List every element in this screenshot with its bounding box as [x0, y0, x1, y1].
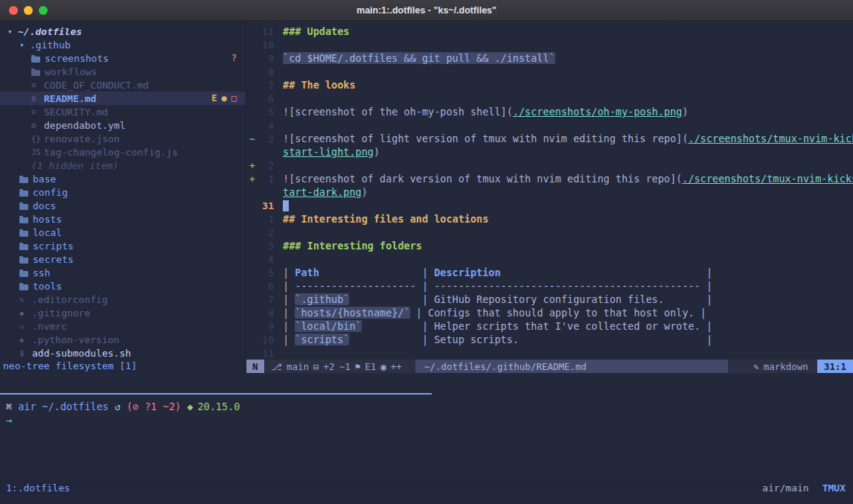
expander-icon[interactable]: ▾ — [19, 40, 30, 50]
folder-icon — [19, 177, 28, 183]
diff-added: +2 — [324, 361, 335, 372]
editor-line[interactable]: 10 — [246, 38, 853, 51]
editor-line[interactable]: 3### Interesting folders — [246, 239, 853, 252]
minimize-button[interactable] — [24, 6, 33, 15]
tree-item-label: (1 hidden item) — [31, 160, 118, 171]
text-segment: `scripts` — [295, 334, 349, 345]
tree-item-code-of-conduct-md[interactable]: ≡CODE_OF_CONDUCT.md — [0, 78, 246, 92]
tree-item-label: screenshots — [45, 53, 109, 64]
tree-item-add-submodules-sh[interactable]: $add-submodules.sh — [0, 346, 246, 360]
tmux-label: TMUX — [822, 482, 846, 494]
editor-line[interactable]: 4 — [246, 118, 853, 132]
markdown-link: tart-dark.png — [283, 186, 362, 198]
tree-item-editorconfig[interactable]: ✎.editorconfig — [0, 293, 246, 306]
editor-line[interactable]: 31 — [246, 199, 853, 212]
editor-line[interactable]: 1## Interesting files and locations — [246, 212, 853, 226]
line-text: | Path | Description | — [283, 267, 712, 278]
line-text: | `scripts` | Setup scripts. | — [283, 334, 712, 345]
tree-item-scripts[interactable]: scripts — [0, 239, 246, 252]
tree-item-hosts[interactable]: hosts — [0, 212, 246, 226]
editor-line[interactable]: start-light.png) — [246, 145, 853, 159]
tree-item-tag-changelog-config-js[interactable]: JStag-changelog-config.js — [0, 145, 246, 159]
tree-item-config[interactable]: config — [0, 185, 246, 199]
text-segment: | — [283, 267, 295, 278]
markdown-link: start-light.png — [283, 146, 374, 158]
editor-line[interactable]: 8 — [246, 65, 853, 78]
tree-item-1-hidden-item[interactable]: (1 hidden item) — [0, 159, 246, 172]
tree-item-tools[interactable]: tools — [0, 279, 246, 293]
close-button[interactable] — [9, 6, 18, 15]
tree-item-workflows[interactable]: workflows — [0, 65, 246, 78]
tree-item-ssh[interactable]: ssh — [0, 266, 246, 279]
untracked-marker: ? — [231, 53, 237, 63]
tree-item-docs[interactable]: docs — [0, 199, 246, 212]
tree-item-label: .nvmrc — [32, 321, 67, 332]
text-segment: | Configs that should apply to that host… — [410, 307, 706, 319]
line-number: 9 — [256, 53, 274, 64]
editor-line[interactable]: +1![screenshot of dark version of tmux w… — [246, 172, 853, 185]
editor-line[interactable]: 9| `local/bin` | Helper scripts that I'v… — [246, 319, 853, 333]
tree-item-github[interactable]: ▾.github — [0, 38, 246, 51]
shell-file-icon: $ — [19, 348, 32, 357]
md-file-icon: ≡ — [31, 94, 44, 103]
tmux-window-tab[interactable]: 1:.dotfiles — [6, 482, 70, 494]
tmux-statusbar: 1:.dotfiles air/main TMUX — [0, 480, 853, 495]
tree-item-base[interactable]: base — [0, 172, 246, 185]
editor-line[interactable]: 7## The looks — [246, 78, 853, 92]
prompt-input-line[interactable]: → — [6, 413, 12, 427]
tree-item-label: .editorconfig — [32, 294, 108, 305]
editor-line[interactable]: 10| `scripts` | Setup scripts. | — [246, 333, 853, 346]
tree-item-label: hosts — [33, 214, 62, 225]
editor-line[interactable]: 4 — [246, 252, 853, 266]
tree-item-security-md[interactable]: ≡SECURITY.md — [0, 105, 246, 118]
editor-line[interactable]: 6| -------------------- | --------------… — [246, 279, 853, 293]
prompt-arrow-icon: → — [6, 414, 12, 426]
tmux-pane-border[interactable] — [0, 393, 432, 395]
tree-item-python-version[interactable]: ◈.python-version — [0, 333, 246, 346]
diagnostic-error-marker: E — [211, 93, 217, 103]
tree-item-readme-md[interactable]: ≡README.mdE●□ — [0, 92, 246, 105]
editor-line[interactable]: 7| `.github` | GitHub Repository configu… — [246, 293, 853, 306]
md-file-icon: ≡ — [31, 80, 44, 89]
text-segment: ) — [362, 186, 368, 198]
editor-line[interactable]: tart-dark.png) — [246, 185, 853, 199]
text-segment: | GitHub Repository configuration files.… — [349, 293, 712, 305]
text-segment: Description — [434, 267, 500, 278]
tree-item-label: add-submodules.sh — [32, 348, 131, 359]
cursor-block — [283, 200, 289, 211]
tree-item-renovate-json[interactable]: {}renovate.json — [0, 132, 246, 145]
editor-line[interactable]: ~3![screenshot of light version of tmux … — [246, 132, 853, 145]
tree-item-local[interactable]: local — [0, 226, 246, 239]
shell-prompt: ⌘ air ~/.dotfiles ↺ (⊘ ?1 ~2) ◆ 20.15.0 — [6, 400, 240, 413]
editor-line[interactable]: +2 — [246, 159, 853, 172]
zoom-button[interactable] — [39, 6, 48, 15]
tree-item-label: .gitignore — [32, 307, 90, 319]
tree-item-secrets[interactable]: secrets — [0, 252, 246, 266]
text-segment: | — [319, 267, 434, 278]
tree-item-nvmrc[interactable]: ◇.nvmrc — [0, 319, 246, 333]
editor-line[interactable]: 8| `hosts/{hostname}/` | Configs that sh… — [246, 306, 853, 319]
line-text: ## Interesting files and locations — [283, 213, 488, 225]
line-text: tart-dark.png) — [283, 186, 368, 198]
folder-icon — [19, 284, 28, 290]
editor-line[interactable]: 6 — [246, 92, 853, 105]
tree-item-dependabot-yml[interactable]: ⚙dependabot.yml — [0, 118, 246, 132]
line-text: `cd $HOME/.dotfiles && git pull && ./ins… — [283, 52, 555, 64]
status-markers: ? — [231, 53, 246, 63]
line-text: | `.github` | GitHub Repository configur… — [283, 293, 712, 305]
node-icon: ◆ — [187, 401, 193, 412]
markdown-link: ./screenshots/oh-my-posh.png — [513, 106, 683, 118]
editor-line[interactable]: 11### Updates — [246, 25, 853, 38]
editor-line[interactable]: 11 — [246, 346, 853, 360]
text-segment: ## Interesting files and locations — [283, 213, 488, 225]
editor-line[interactable]: 5| Path | Description | — [246, 266, 853, 279]
editor-pane[interactable]: 11### Updates 10 9`cd $HOME/.dotfiles &&… — [246, 21, 853, 360]
file-path: ~/.dotfiles/.github/README.md — [415, 360, 728, 373]
editor-line[interactable]: 2 — [246, 226, 853, 239]
editor-line[interactable]: 9`cd $HOME/.dotfiles && git pull && ./in… — [246, 51, 853, 65]
tree-item-dotfiles[interactable]: ▾~/.dotfiles — [0, 25, 246, 38]
tree-item-gitignore[interactable]: ◆.gitignore — [0, 306, 246, 319]
expander-icon[interactable]: ▾ — [7, 27, 18, 36]
tree-item-screenshots[interactable]: screenshots? — [0, 51, 246, 65]
editor-line[interactable]: 5![screenshot of the oh-my-posh shell](.… — [246, 105, 853, 118]
